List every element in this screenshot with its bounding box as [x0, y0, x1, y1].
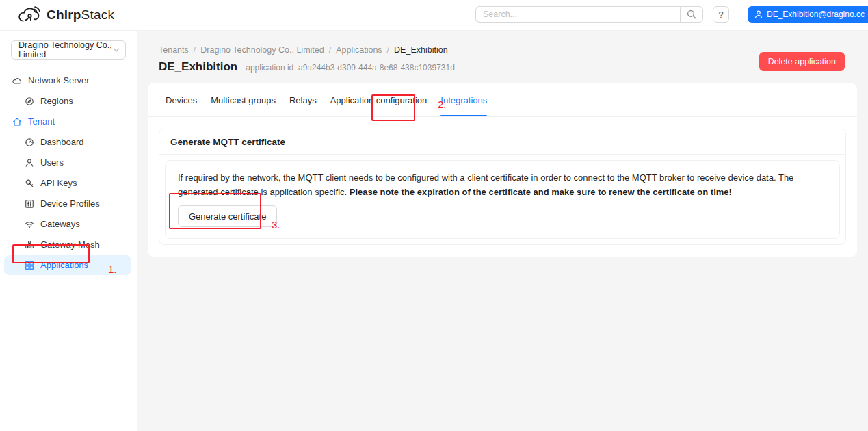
global-search	[475, 6, 703, 23]
certificate-description: If required by the network, the MQTT cli…	[178, 170, 827, 199]
search-button[interactable]	[680, 6, 703, 23]
tenant-selector[interactable]: Dragino Technology Co., Limited	[11, 40, 126, 60]
user-icon	[25, 158, 34, 168]
logo-text: ChirpStack	[47, 8, 114, 23]
application-tabs: Devices Multicast groups Relays Applicat…	[148, 83, 857, 117]
sidebar-item-label: API Keys	[40, 178, 77, 188]
breadcrumb: Tenants / Dragino Technology Co., Limite…	[159, 45, 845, 55]
search-input[interactable]	[475, 6, 680, 23]
sidebar-item-label: Gateway Mesh	[40, 239, 100, 250]
key-icon	[25, 179, 34, 188]
search-icon	[687, 10, 696, 19]
page-header: Tenants / Dragino Technology Co., Limite…	[137, 31, 868, 74]
tab-relays[interactable]: Relays	[289, 83, 317, 116]
sidebar-item-label: Gateways	[40, 219, 80, 229]
sidebar-item-label: Regions	[40, 96, 73, 106]
card-title: Generate MQTT certificate	[159, 129, 845, 155]
sidebar-item-label: Tenant	[28, 116, 55, 127]
sidebar-item-applications[interactable]: Applications	[4, 255, 131, 275]
breadcrumb-tenant-name[interactable]: Dragino Technology Co., Limited	[200, 45, 324, 55]
application-panel: Devices Multicast groups Relays Applicat…	[148, 83, 857, 257]
mesh-icon	[25, 240, 34, 250]
tab-application-configuration[interactable]: Application configuration	[330, 83, 428, 116]
certificate-info-box: If required by the network, the MQTT cli…	[165, 160, 840, 239]
profile-icon	[25, 199, 34, 209]
appstore-icon	[25, 261, 34, 270]
tab-multicast-groups[interactable]: Multicast groups	[211, 83, 276, 116]
sidebar-item-dashboard[interactable]: Dashboard	[0, 132, 131, 152]
sidebar-item-network-server[interactable]: Network Server	[0, 70, 131, 90]
sidebar-item-label: Applications	[40, 260, 88, 270]
generate-certificate-button[interactable]: Generate certificate	[178, 205, 277, 227]
user-icon	[754, 10, 763, 18]
home-icon	[12, 117, 22, 127]
help-button[interactable]: ?	[713, 6, 729, 23]
sidebar-item-api-keys[interactable]: API Keys	[0, 173, 131, 193]
chirpstack-logo[interactable]: ChirpStack	[16, 5, 114, 24]
sidebar-item-gateways[interactable]: Gateways	[0, 214, 131, 234]
cloud-logo-icon	[16, 5, 42, 24]
breadcrumb-separator: /	[329, 45, 331, 55]
tab-integrations[interactable]: Integrations	[440, 83, 487, 116]
cloud-icon	[12, 76, 22, 86]
sidebar-item-tenant[interactable]: Tenant	[0, 112, 131, 131]
sidebar-item-label: Device Profiles	[40, 198, 100, 209]
mqtt-certificate-card: Generate MQTT certificate If required by…	[159, 129, 846, 245]
breadcrumb-current: DE_Exhibition	[394, 45, 448, 55]
dashboard-icon	[25, 138, 34, 147]
top-header: ChirpStack ? DE_Exhibition@dragino.cc	[0, 0, 868, 31]
sidebar-item-label: Users	[40, 157, 64, 168]
sidebar-item-device-profiles[interactable]: Device Profiles	[0, 194, 131, 213]
breadcrumb-tenants[interactable]: Tenants	[159, 45, 189, 55]
sidebar: Dragino Technology Co., Limited Network …	[0, 31, 137, 431]
main-content: Tenants / Dragino Technology Co., Limite…	[137, 31, 868, 431]
user-menu-label: DE_Exhibition@dragino.cc	[767, 10, 865, 19]
application-id-text: application id: a9a244b3-d309-444a-8e68-…	[246, 63, 455, 73]
sidebar-menu: Network Server Regions Tenant Dashboard …	[0, 70, 137, 275]
tab-devices[interactable]: Devices	[166, 83, 197, 116]
page-title: DE_Exhibition	[159, 60, 237, 74]
breadcrumb-separator: /	[387, 45, 389, 55]
wifi-icon	[25, 220, 34, 229]
compass-icon	[25, 96, 34, 106]
user-menu-button[interactable]: DE_Exhibition@dragino.cc	[748, 6, 868, 23]
sidebar-item-gateway-mesh[interactable]: Gateway Mesh	[0, 235, 131, 254]
sidebar-item-users[interactable]: Users	[0, 153, 131, 172]
sidebar-item-regions[interactable]: Regions	[0, 91, 131, 111]
chevron-down-icon	[113, 47, 120, 53]
tenant-selector-value: Dragino Technology Co., Limited	[18, 40, 113, 60]
breadcrumb-separator: /	[194, 45, 196, 55]
breadcrumb-applications[interactable]: Applications	[336, 45, 382, 55]
delete-application-button[interactable]: Delete application	[759, 52, 845, 71]
sidebar-item-label: Dashboard	[40, 137, 84, 147]
sidebar-item-label: Network Server	[28, 75, 90, 86]
